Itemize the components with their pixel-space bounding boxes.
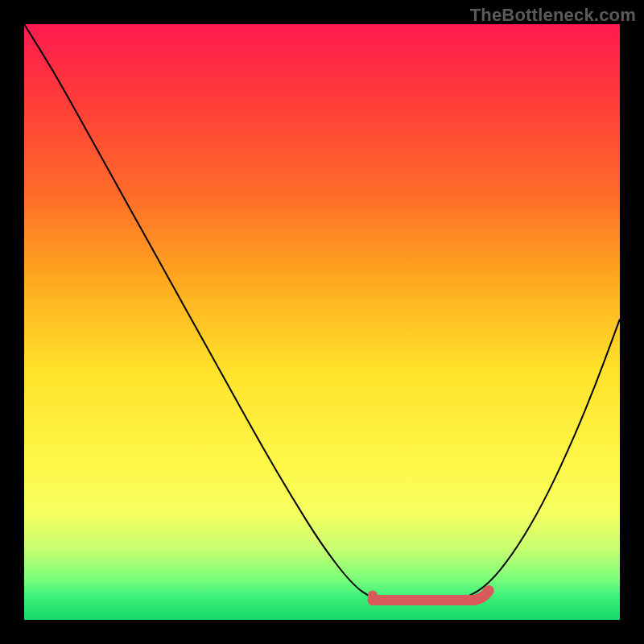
flat-segment-start-dot xyxy=(368,591,378,601)
chart-stage: TheBottleneck.com xyxy=(0,0,644,644)
bottleneck-curve xyxy=(24,24,620,602)
chart-svg xyxy=(24,24,620,620)
watermark-text: TheBottleneck.com xyxy=(470,5,636,26)
flat-segment xyxy=(373,591,489,601)
plot-area xyxy=(24,24,620,620)
